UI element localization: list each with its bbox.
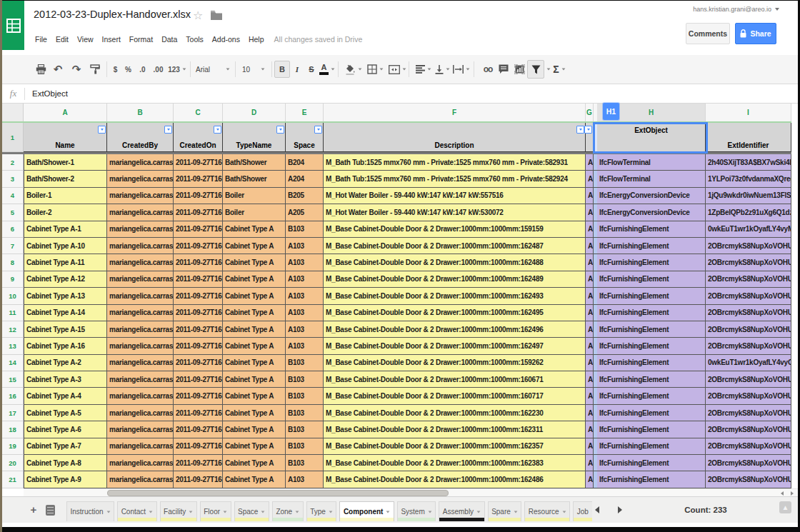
cell[interactable]: mariangelica.carrasc [107,338,174,354]
cell[interactable]: 2011-09-27T16 [174,204,223,221]
cell[interactable]: 2OBrcmykS8NupXoVOHUv [706,338,791,354]
cell[interactable]: Cabinet Type A-13 [24,288,107,304]
cell[interactable]: Cabinet Type A-1 [24,221,107,238]
filter-dropdown-icon[interactable] [214,126,221,134]
cell[interactable]: M_Base Cabinet-Double Door & 2 Drawer:10… [324,355,586,371]
cell[interactable]: IfcFlowTerminal [597,171,706,187]
cell[interactable]: A [586,388,594,404]
menu-tools[interactable]: Tools [181,35,208,44]
account-menu[interactable]: hans.kristian.grani@areo.io [693,6,779,13]
filter-dropdown-icon[interactable] [164,126,172,134]
row-number-12[interactable]: 12 [2,321,24,338]
cell[interactable]: IfcFurnishingElement [597,388,706,404]
cell[interactable]: Boiler [223,188,286,204]
print-button[interactable] [33,61,49,78]
row-number-1[interactable]: 1 [2,123,24,152]
column-letter-F[interactable]: F [324,104,586,121]
menu-edit[interactable]: Edit [51,35,73,44]
cell[interactable]: B103 [286,221,324,238]
chevron-down-icon[interactable] [189,511,193,513]
cell[interactable]: M_Hot Water Boiler - 59-440 kW:147 kW:14… [324,188,586,204]
cell[interactable]: M_Base Cabinet-Double Door & 2 Drawer:10… [324,388,586,404]
cell[interactable]: 0wkEuT1wr1kOyafLY4vyOr [706,355,791,371]
vertical-align-button[interactable] [433,61,451,78]
cell[interactable]: 2011-09-27T16 [174,321,223,338]
cell[interactable]: Cabinet Type A-15 [24,321,107,338]
cell[interactable]: Cabinet Type A-2 [24,355,107,371]
cell[interactable]: M_Base Cabinet-Double Door & 2 Drawer:10… [324,405,586,421]
cell[interactable]: A [586,238,594,254]
header-cell-CreatedBy[interactable]: CreatedBy [107,123,174,152]
cell[interactable]: 2011-09-27T16 [174,171,223,187]
chevron-down-icon[interactable] [477,511,481,513]
sheet-tab-facility[interactable]: Facility [160,501,197,521]
row-number-5[interactable]: 5 [2,204,24,221]
cell[interactable]: IfcFurnishingElement [597,288,706,304]
cell[interactable]: Cabinet Type A [223,455,286,471]
cell[interactable]: B103 [286,405,324,421]
header-cell-ExtIdentifier[interactable]: ExtIdentifier [706,123,791,152]
row-number-7[interactable]: 7 [2,238,24,254]
cell[interactable]: 2011-09-27T16 [174,305,223,321]
row-number-8[interactable]: 8 [2,254,24,271]
cell[interactable]: M_Bath Tub:1525 mmx760 mm - Private:1525… [324,154,586,171]
cell[interactable]: A [586,421,594,438]
row-number-3[interactable]: 3 [2,171,24,187]
cell[interactable]: M_Base Cabinet-Double Door & 2 Drawer:10… [324,238,586,254]
sheet-tab-zone[interactable]: Zone [272,501,304,521]
cell[interactable]: Cabinet Type A [223,238,286,254]
sheet-tab-job[interactable]: Job [573,501,592,521]
sheets-logo[interactable] [2,1,24,50]
cell[interactable]: Cabinet Type A [223,355,286,371]
cell[interactable]: mariangelica.carrasc [107,405,174,421]
cell[interactable]: Boiler [223,204,286,221]
cell[interactable]: Cabinet Type A [223,221,286,238]
cell[interactable]: Cabinet Type A-6 [24,421,107,438]
row-number-21[interactable]: 21 [2,471,24,488]
row-number-16[interactable]: 16 [2,388,24,404]
cell[interactable]: 2011-09-27T16 [174,455,223,471]
cell[interactable]: B103 [286,438,324,455]
row-number-4[interactable]: 4 [2,188,24,204]
cell[interactable]: 2OBrcmykS8NupXoVOHUv [706,471,791,488]
column-letter-I[interactable]: I [706,104,791,121]
cell[interactable]: Cabinet Type A-3 [24,371,107,388]
filter-dropdown-icon[interactable] [576,126,584,134]
cell[interactable]: B103 [286,421,324,438]
header-cell-CreatedOn[interactable]: CreatedOn [174,123,223,152]
filter-dropdown-icon[interactable] [98,126,106,134]
row-number-17[interactable]: 17 [2,405,24,421]
chevron-down-icon[interactable] [591,511,592,513]
font-size-select[interactable]: 10 [238,61,269,78]
horizontal-align-button[interactable] [414,61,433,78]
cell[interactable]: Bath/Shower [223,171,286,187]
fill-color-button[interactable] [345,61,362,78]
menu-view[interactable]: View [73,35,98,44]
cell[interactable]: A [586,188,594,204]
paint-format-button[interactable] [86,61,104,78]
cell[interactable]: M_Bath Tub:1525 mmx760 mm - Private:1525… [324,171,586,187]
select-all-corner[interactable] [2,104,24,121]
cell[interactable]: A [586,271,594,288]
scrollbar-handle[interactable] [107,490,449,496]
cell[interactable]: Cabinet Type A [223,421,286,438]
cell[interactable]: M_Base Cabinet-Double Door & 2 Drawer:10… [324,321,586,338]
document-title[interactable]: 2012-03-23-Duplex-Handover.xlsx [34,9,191,20]
merge-cells-button[interactable] [388,61,406,78]
cell[interactable]: A [586,305,594,321]
strikethrough-button[interactable]: S [304,61,319,78]
cell[interactable]: IfcFurnishingElement [597,455,706,471]
filter-dropdown-icon[interactable] [314,126,322,134]
cell[interactable]: IfcFurnishingElement [597,271,706,288]
cell[interactable]: Cabinet Type A [223,305,286,321]
borders-button[interactable] [366,61,384,78]
cell[interactable]: 2OBrcmykS8NupXoVOHUv [706,371,791,388]
cell[interactable]: IfcFurnishingElement [597,405,706,421]
cell[interactable]: IfcEnergyConversionDevice [597,188,706,204]
cell[interactable]: 2011-09-27T16 [174,221,223,238]
more-formats-button[interactable]: 123 [166,61,188,78]
redo-button[interactable]: ↷ [67,61,86,78]
cell[interactable]: B103 [286,455,324,471]
cell[interactable]: A103 [286,305,324,321]
cell[interactable]: IfcFurnishingElement [597,221,706,238]
